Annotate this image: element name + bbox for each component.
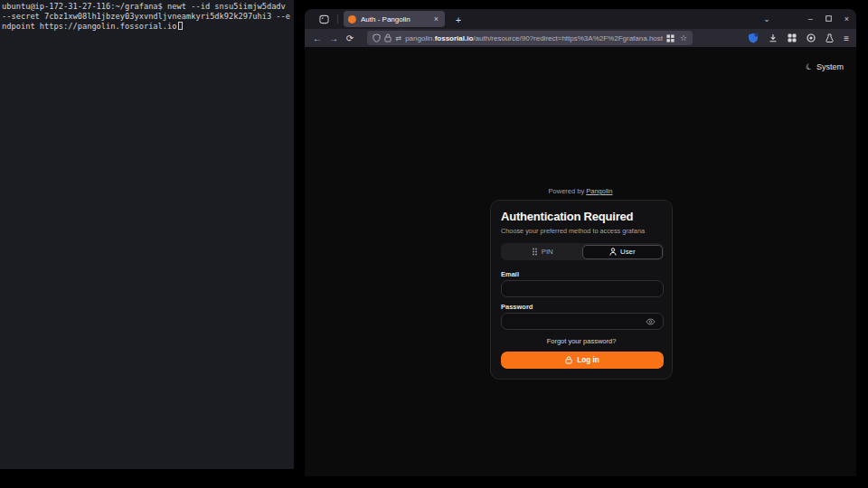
terminal-line: ndpoint https://pangolin.fossorial.io [0, 22, 294, 32]
terminal-cursor [178, 22, 183, 30]
address-bar[interactable]: ⇄ pangolin.fossorial.io/auth/resource/90… [367, 31, 693, 45]
menu-hamburger-icon[interactable]: ≡ [844, 33, 849, 43]
moon-icon: ☾ [804, 61, 815, 72]
page-content: ☾ System Powered by Pangolin Authenticat… [305, 47, 856, 476]
firefox-view-icon[interactable] [316, 12, 332, 26]
lock-icon [565, 356, 572, 364]
navigation-toolbar: ← → ⟳ ⇄ pangolin.fossorial.io/auth/resou… [305, 29, 856, 47]
tab-strip: Auth - Pangolin × + ⌄ – × [305, 9, 856, 29]
tab-pin[interactable]: PIN [503, 245, 583, 259]
auth-card: Authentication Required Choose your pref… [490, 200, 673, 380]
toolbar-extensions-area: ≡ [748, 33, 849, 43]
eye-icon[interactable] [646, 318, 656, 325]
bookmark-star-icon[interactable]: ☆ [680, 33, 687, 42]
download-icon[interactable] [769, 33, 778, 42]
tab-auth-pangolin[interactable]: Auth - Pangolin × [344, 11, 445, 27]
terminal-window[interactable]: ubuntu@ip-172-31-27-116:~/grafana$ newt … [0, 0, 294, 469]
new-tab-button[interactable]: + [451, 13, 466, 26]
tab-user[interactable]: User [582, 245, 663, 259]
login-button[interactable]: Log in [501, 352, 664, 369]
maximize-button[interactable] [826, 14, 832, 23]
padlock-icon[interactable] [384, 33, 392, 42]
theme-toggle[interactable]: ☾ System [806, 62, 844, 71]
forgot-password-link[interactable]: Forgot your password? [491, 337, 672, 345]
back-button[interactable]: ← [309, 33, 326, 43]
window-controls: ⌄ – × [763, 11, 849, 27]
pangolin-favicon-icon [348, 15, 356, 23]
close-window-button[interactable]: × [844, 14, 849, 23]
tab-title: Auth - Pangolin [361, 15, 432, 23]
reload-button[interactable]: ⟳ [342, 33, 358, 43]
flask-extension-icon[interactable] [826, 33, 834, 42]
browser-window: Auth - Pangolin × + ⌄ – × ← → ⟳ ⇄ pangol… [305, 9, 856, 476]
pangolin-link[interactable]: Pangolin [586, 187, 612, 195]
keypad-icon [532, 248, 538, 256]
circle-extension-icon[interactable] [807, 33, 816, 42]
blue-shield-extension-icon[interactable] [748, 33, 759, 43]
email-input[interactable] [501, 280, 664, 297]
card-subtitle: Choose your preferred method to access g… [501, 227, 645, 235]
user-icon [609, 248, 617, 256]
auth-method-tabs: PIN User [501, 243, 664, 260]
password-label: Password [501, 303, 533, 311]
tab-separator [337, 14, 338, 23]
minimize-button[interactable]: – [808, 14, 813, 23]
swap-page-action-icon[interactable]: ⇄ [395, 34, 401, 42]
theme-toggle-label: System [816, 62, 844, 71]
containers-grid-icon[interactable] [666, 34, 675, 42]
terminal-line: ubuntu@ip-172-31-27-116:~/grafana$ newt … [0, 2, 294, 12]
terminal-line: --secret 7cbz1xw08lh1jbzey03yxvndljvneam… [0, 12, 294, 22]
tab-close-icon[interactable]: × [432, 14, 440, 23]
card-title: Authentication Required [501, 210, 633, 223]
password-input[interactable] [501, 313, 664, 330]
powered-by: Powered by Pangolin [305, 187, 856, 195]
forward-button[interactable]: → [326, 33, 342, 43]
tracking-protection-shield-icon[interactable] [373, 33, 381, 42]
email-label: Email [501, 270, 519, 278]
url-text: pangolin.fossorial.io/auth/resource/90?r… [405, 34, 663, 42]
list-all-tabs-icon[interactable]: ⌄ [763, 14, 770, 23]
extensions-icon[interactable] [788, 33, 797, 42]
